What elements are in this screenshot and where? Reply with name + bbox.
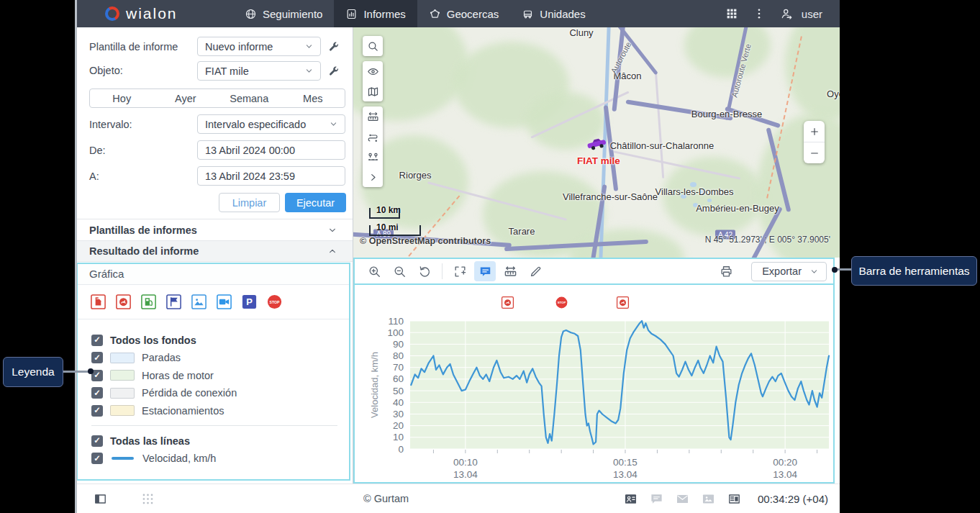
legend-label: Horas de motor (142, 370, 214, 381)
nav-item-label: Informes (363, 8, 405, 20)
speeding-icon[interactable] (501, 296, 514, 309)
from-date-input[interactable]: 13 Abril 2024 00:00 (197, 140, 345, 160)
map-expand-button[interactable] (363, 167, 383, 187)
map-zoom-out-button[interactable] (804, 142, 825, 163)
export-button[interactable]: Exportar (751, 262, 827, 281)
wialon-logo[interactable]: wialon (105, 5, 212, 22)
quick-range-hoy[interactable]: Hoy (90, 89, 154, 107)
section-report-result[interactable]: Resultado del informe (75, 240, 353, 262)
svg-text:0: 0 (398, 444, 404, 455)
waypoints-icon (367, 151, 379, 163)
svg-text:00:20: 00:20 (773, 457, 797, 468)
sidebar-toggle-icon[interactable] (94, 492, 107, 506)
contact-card-icon[interactable] (624, 492, 638, 506)
mail-icon[interactable] (676, 492, 689, 506)
map-label: Cluny (569, 27, 593, 38)
ruler-button[interactable] (499, 261, 521, 281)
interval-select[interactable]: Intervalo especificado (197, 114, 345, 134)
checkbox[interactable] (91, 453, 103, 464)
fit-screen-button[interactable] (449, 261, 471, 281)
wrench-icon[interactable] (327, 40, 340, 53)
pencil-button[interactable] (525, 261, 546, 281)
reset-zoom-button[interactable] (414, 261, 435, 281)
nav-item-informes[interactable]: Informes (334, 0, 417, 27)
map[interactable]: ClunyMâconBourg-en-BresseOyoRiorgesChâti… (353, 27, 840, 258)
nav-item-geocercas[interactable]: Geocercas (417, 0, 511, 27)
quick-range-mes[interactable]: Mes (281, 89, 345, 107)
fuel-can-icon[interactable] (90, 294, 106, 310)
photo-icon[interactable] (191, 294, 207, 310)
legend-swatch (110, 370, 135, 381)
flag-icon[interactable] (165, 294, 182, 310)
quick-range-semana[interactable]: Semana (217, 89, 281, 107)
legend-backgrounds-title-row: Todos los fondos (91, 331, 337, 349)
map-layers-button[interactable] (363, 81, 383, 101)
legend-backgrounds: Paradas Horas de motor Pérdida de conexi… (91, 349, 337, 419)
section-report-templates[interactable]: Plantillas de informes (75, 219, 353, 240)
parking-icon[interactable]: P (241, 294, 258, 310)
clock: 00:34:29 (+04) (758, 493, 828, 505)
nav-item-unidades[interactable]: Unidades (510, 0, 596, 27)
ruler-icon (367, 111, 379, 123)
map-label: Bourg-en-Bresse (691, 109, 762, 119)
svg-text:00:10: 00:10 (453, 457, 478, 468)
checkbox-all-lines[interactable] (91, 435, 103, 447)
from-label: De: (89, 145, 106, 156)
map-scale-mi: 10 mi (369, 224, 421, 236)
scale-mi-label: 10 mi (376, 222, 399, 232)
zoom-in-icon (368, 265, 381, 278)
video-icon[interactable] (216, 294, 232, 310)
apps-icon[interactable] (725, 7, 738, 20)
map-visibility-button[interactable] (363, 61, 383, 81)
chat-icon[interactable] (650, 492, 663, 506)
svg-text:STOP: STOP (557, 301, 566, 304)
wialon-logo-icon (105, 6, 119, 21)
checkbox[interactable] (91, 387, 103, 399)
news-icon[interactable] (727, 492, 741, 506)
speeding-icon[interactable] (616, 296, 630, 309)
zoom-in-button[interactable] (363, 261, 385, 281)
nav-item-seguimiento[interactable]: Seguimiento (233, 0, 334, 27)
legend-swatch (110, 353, 135, 363)
checkbox[interactable] (91, 352, 103, 363)
wrench-icon[interactable] (327, 65, 340, 77)
stop-icon[interactable]: STOP (266, 294, 283, 310)
map-zoom-control (804, 121, 825, 163)
tooltip-button[interactable] (474, 261, 496, 281)
map-zoom-in-button[interactable] (804, 121, 825, 142)
legend-lines: Velocidad, km/h (91, 450, 337, 468)
chart-legend: Todos los fondos Paradas Horas de motor … (78, 319, 349, 468)
checkbox-all-backgrounds[interactable] (91, 335, 103, 346)
zoom-out-button[interactable] (389, 261, 410, 281)
dots-grid-icon[interactable] (141, 492, 155, 506)
template-select[interactable]: Nuevo informe (197, 37, 321, 56)
fuel-station-icon[interactable] (140, 294, 157, 310)
chevron-down-icon (304, 65, 314, 76)
object-select[interactable]: FIAT mile (197, 61, 321, 81)
speeding-icon[interactable] (115, 294, 132, 310)
execute-button[interactable]: Ejecutar (285, 193, 346, 212)
kebab-icon[interactable] (753, 7, 766, 20)
checkbox[interactable] (91, 405, 103, 417)
report-icon (345, 8, 358, 20)
user-menu[interactable]: user (780, 7, 822, 20)
user-name: user (802, 8, 822, 20)
map-tools-group (363, 106, 383, 187)
legend-divider (91, 425, 337, 426)
svg-text:Velocidad, km/h: Velocidad, km/h (369, 352, 380, 418)
speed-chart-svg[interactable]: 010203040506070809010011000:1013.0400:15… (359, 311, 834, 484)
interval-label: Intervalo: (89, 119, 132, 130)
map-label: Ambérieu-en-Bugey (696, 203, 779, 214)
stop-icon[interactable]: STOP (555, 296, 568, 309)
print-button[interactable] (715, 261, 737, 281)
map-search-button[interactable] (363, 36, 383, 56)
quick-range-ayer[interactable]: Ayer (154, 89, 218, 107)
clear-button[interactable]: Limpiar (219, 193, 280, 212)
map-routing-button[interactable] (363, 127, 383, 147)
map-waypoints-button[interactable] (363, 147, 383, 167)
legend-item: Velocidad, km/h (91, 450, 337, 468)
map-measure-button[interactable] (363, 106, 383, 127)
image-icon[interactable] (702, 492, 715, 506)
unit-label[interactable]: FIAT mile (577, 155, 620, 166)
to-date-input[interactable]: 13 Abril 2024 23:59 (197, 166, 345, 186)
